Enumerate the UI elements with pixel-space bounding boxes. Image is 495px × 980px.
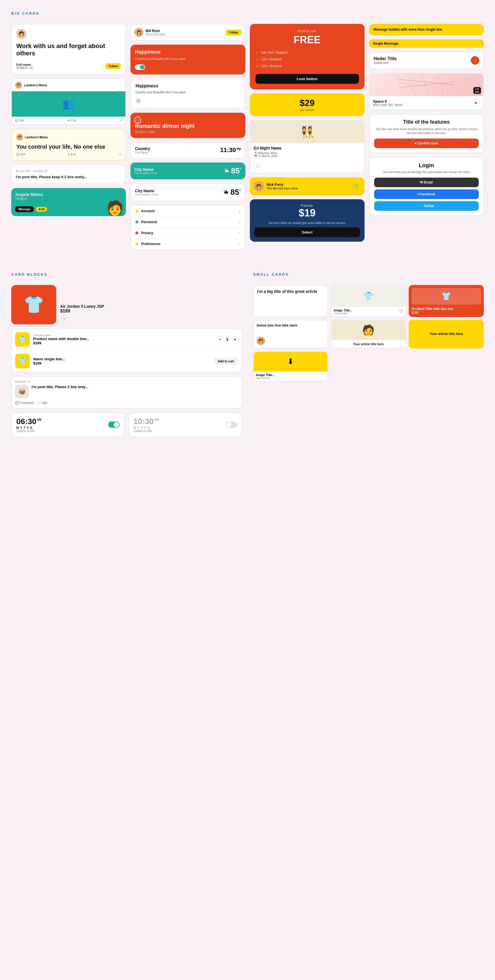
- follow-button[interactable]: Follow: [105, 63, 121, 69]
- cb-post-title: I'm post title, Please 2 line only...: [32, 385, 88, 390]
- weather-city-white: City Name: [135, 189, 158, 193]
- post-row: 📦 I'm post title, Please 2 line only...: [15, 385, 238, 398]
- share-icon[interactable]: ↗: [120, 119, 122, 122]
- days-2: M T T F S: [134, 426, 159, 430]
- angela-footer: Message ★4.6: [15, 206, 122, 212]
- quote-author-name: Lamborci Mona: [25, 135, 48, 139]
- facebook-login-button[interactable]: f Facebook: [374, 189, 479, 199]
- small-cards-title: SMALL CARDS: [253, 272, 484, 277]
- love-button[interactable]: Love button: [256, 74, 359, 84]
- dl-image-placeholder: ⬇: [287, 357, 294, 366]
- menu-item-left-password: Password: [135, 220, 157, 224]
- product-heart-button[interactable]: ♡: [60, 315, 68, 323]
- sc-product-card: 👕 Product Title with two line $189: [409, 285, 484, 317]
- quote-footer: 💬 324 ♥ 3.2k ↗: [16, 153, 121, 156]
- post-actions: 💬 Comment ♡ Like: [15, 401, 238, 405]
- twitter-login-button[interactable]: 🐦 Twitter: [374, 201, 479, 211]
- timer-row: 06:30 AM M T T F S Caption or title: [11, 412, 242, 437]
- menu-label-account: Account: [141, 209, 154, 213]
- angela-character: 🧑: [106, 200, 124, 216]
- romantic-title: Romantic dinner night: [135, 123, 240, 129]
- popular-19-card: Popular $19 You don't think you should g…: [250, 199, 364, 242]
- feature-text-2: 120+ Screens: [261, 57, 282, 61]
- menu-item-account[interactable]: Account ›: [131, 206, 245, 217]
- toggle-knob-inactive: [136, 99, 140, 103]
- feature-list: ✓Get 24x7 Support ✓120+ Screens ✓120+ Sc…: [256, 49, 359, 69]
- menu-item-privacy[interactable]: Privacy ›: [131, 228, 245, 239]
- sc-big-title-card: I'm a big title of this great article: [253, 285, 328, 317]
- timer-toggle-2[interactable]: [226, 422, 237, 428]
- qty-minus-button[interactable]: −: [217, 336, 223, 343]
- pcard-name-2: Name single line...: [33, 357, 210, 361]
- nick-avatar: 🧑: [254, 181, 264, 191]
- pcard-thumbnail-1: 👕: [15, 332, 30, 347]
- pcard-row-2: 👕 Name single line... $189 Add to cart: [12, 350, 242, 372]
- quote-share[interactable]: ↗: [119, 153, 121, 156]
- map-visual: 1.5Km: [370, 74, 483, 96]
- menu-label-preferences: Preferences: [141, 242, 161, 246]
- nick-heart-button[interactable]: ♡: [353, 182, 361, 190]
- toggle-active[interactable]: [135, 64, 145, 70]
- bill-text: Bill Rizer Planet Designer: [146, 29, 166, 36]
- team-header: 🧑 Lamborci Mona: [12, 79, 125, 91]
- team-author-name: Lamborci Mona: [24, 83, 47, 87]
- price-card: $29 per month: [250, 93, 364, 116]
- post-date: 33 March, 20: [16, 66, 33, 69]
- confirm-button[interactable]: ♥ Confirm here: [374, 138, 479, 148]
- like-action[interactable]: ♡ Like: [38, 401, 47, 405]
- sc-image-text-1: Image Title... Optional line: [334, 309, 352, 315]
- add-to-cart-button[interactable]: Add to cart: [213, 358, 238, 364]
- timer-card-2: 10:30 AM M T T F S Caption or title: [129, 412, 242, 437]
- pcard-name-1: Product name with double line...: [33, 337, 213, 341]
- sc-heart-button-1[interactable]: ♡: [399, 309, 403, 314]
- small-cards-grid: I'm a big title of this great article 👕 …: [253, 285, 484, 382]
- dj-footer: ♡: [250, 161, 364, 173]
- nav-button[interactable]: ➤: [472, 99, 480, 107]
- bill-name: Bill Rizer: [146, 29, 166, 33]
- happiness-title-orange: Happiness: [135, 49, 240, 55]
- product-name: Air Jordan 5 Laney JSP: [60, 304, 104, 309]
- toggle-inactive[interactable]: [135, 98, 146, 104]
- weather-temp-row: 🌦 85 °: [224, 166, 242, 175]
- sc-image-like-card: 👕 Image Title... Optional line ♡: [331, 285, 406, 317]
- header-nav-button[interactable]: ›: [471, 56, 479, 65]
- weather-white-temp-row: 🌦 85 °: [224, 188, 241, 197]
- happiness-orange-card: Happiness Colorful and Beautiful life if…: [131, 45, 245, 75]
- col-1: 🧑 Work with us and forget about others F…: [11, 24, 126, 250]
- menu-item-left-preferences: Preferences: [135, 242, 161, 246]
- menu-item-preferences[interactable]: Preferences ›: [131, 239, 245, 249]
- timer-toggle-1[interactable]: [108, 422, 119, 428]
- toggle-row-white: [135, 98, 240, 104]
- feature-item-1: ✓Get 24x7 Support: [256, 49, 359, 56]
- feature-item-3: ✓120+ Screens: [256, 63, 359, 69]
- svg-line-2: [407, 74, 415, 96]
- card-footer: Full name 33 March, 20 Follow: [16, 63, 121, 69]
- bill-role: Planet Designer: [146, 33, 166, 36]
- popular-label: POPULAR: [256, 30, 359, 33]
- image-placeholder-1: 👕: [363, 291, 374, 301]
- menu-item-password[interactable]: Password ›: [131, 217, 245, 228]
- happiness-desc-white: Colorful and Beautiful life if you want.: [135, 90, 240, 94]
- heart-button[interactable]: ♡: [254, 163, 262, 170]
- country-info: Country City Name: [135, 146, 150, 154]
- bill-follow-button[interactable]: Follow: [226, 30, 242, 35]
- message-button[interactable]: Message: [15, 206, 34, 212]
- qty-plus-button[interactable]: +: [232, 336, 238, 343]
- map-svg: [370, 74, 483, 96]
- happiness-title-white: Happiness: [135, 83, 240, 89]
- happiness-white-card: Happiness Colorful and Beautiful life if…: [131, 78, 245, 108]
- qty-number: 2: [225, 337, 230, 342]
- toggle-row-orange: [135, 64, 240, 70]
- select-button[interactable]: Select: [255, 228, 360, 237]
- nick-desc: This title may have some: [267, 187, 298, 190]
- weather-temp-green: 85 °: [231, 166, 242, 175]
- email-login-button[interactable]: ✉ Email: [374, 178, 479, 187]
- pcard-price-2: $189: [33, 361, 210, 365]
- menu-label-privacy: Privacy: [141, 231, 153, 235]
- time-display-2: 10:30 AM: [134, 417, 159, 426]
- qty-control: − 2 +: [217, 336, 238, 343]
- popular-19-price: $19: [255, 207, 360, 219]
- city-sub: City Name: [135, 151, 150, 154]
- team-footer: 💬 324 ♥ 3.2k ↗: [12, 117, 125, 124]
- comment-action[interactable]: 💬 Comment: [15, 401, 34, 405]
